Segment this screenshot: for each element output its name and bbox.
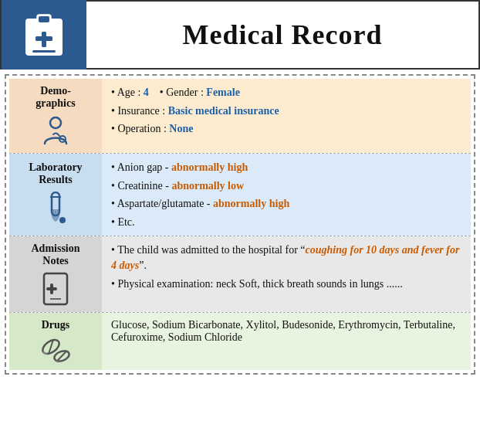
- demographics-label: Demo-graphics: [9, 79, 102, 153]
- demographics-operation: • Operation : None: [111, 121, 461, 137]
- page-title: Medical Record: [183, 19, 383, 51]
- svg-rect-4: [35, 36, 52, 41]
- demographics-content: • Age : 4 • Gender : Female • Insurance …: [102, 79, 471, 153]
- operation-value: None: [169, 123, 193, 134]
- demographics-insurance: • Insurance : Basic medical insurance: [111, 104, 461, 119]
- lab-etc: • Etc.: [111, 215, 461, 230]
- laboratory-row: LaboratoryResults • Anion gap - abnormal…: [9, 154, 471, 236]
- lab-aspartate: • Aspartate/glutamate - abnormally high: [111, 196, 461, 212]
- drugs-label: Drugs: [9, 313, 102, 370]
- laboratory-label: LaboratoryResults: [9, 154, 102, 236]
- lab-creatinine: • Creatinine - abnormally low: [111, 178, 461, 194]
- drugs-content: Glucose, Sodium Bicarbonate, Xylitol, Bu…: [102, 313, 471, 370]
- header: Medical Record: [0, 0, 480, 70]
- drugs-label-text: Drugs: [42, 319, 70, 331]
- admission-row: AdmissionNotes • The child was admitted …: [9, 236, 471, 313]
- demographics-age-gender: • Age : 4 • Gender : Female: [111, 85, 461, 100]
- laboratory-content: • Anion gap - abnormally high • Creatini…: [102, 154, 471, 236]
- drugs-list: Glucose, Sodium Bicarbonate, Xylitol, Bu…: [111, 319, 455, 343]
- drugs-row: Drugs Glucose, Sodium Bicarbonate, Xylit…: [9, 313, 471, 370]
- header-title-area: Medical Record: [86, 19, 478, 51]
- svg-point-9: [59, 217, 66, 223]
- svg-rect-13: [46, 287, 57, 290]
- testtube-icon: [41, 191, 70, 228]
- svg-rect-2: [39, 16, 49, 22]
- admission-quote: coughing for 10 days and fever for 4 day…: [111, 244, 459, 271]
- svg-rect-5: [32, 50, 56, 53]
- aspartate-value: abnormally high: [213, 198, 289, 209]
- anion-gap-value: abnormally high: [171, 161, 248, 173]
- age-value: 4: [144, 87, 149, 98]
- admission-label-text: AdmissionNotes: [31, 243, 79, 267]
- header-icon-box: [2, 0, 86, 70]
- admission-note-2: • Physical examination: neck Soft, thick…: [111, 277, 461, 292]
- demographics-row: Demo-graphics • Age : 4 • Gender : Femal…: [9, 79, 471, 154]
- admission-note-1: • The child was admitted to the hospital…: [111, 243, 461, 273]
- svg-point-6: [50, 117, 61, 128]
- lab-anion-gap: • Anion gap - abnormally high: [111, 160, 461, 175]
- main-content: Demo-graphics • Age : 4 • Gender : Femal…: [5, 74, 475, 375]
- admission-content: • The child was admitted to the hospital…: [102, 236, 471, 312]
- person-icon: [39, 114, 72, 147]
- clipboard-icon: [23, 12, 65, 58]
- creatinine-value: abnormally low: [171, 180, 244, 192]
- demographics-label-text: Demo-graphics: [35, 85, 75, 110]
- gender-value: Female: [206, 87, 240, 98]
- insurance-value: Basic medical insurance: [168, 105, 279, 117]
- admission-label: AdmissionNotes: [9, 236, 102, 312]
- laboratory-label-text: LaboratoryResults: [29, 161, 82, 186]
- pills-icon: [39, 336, 73, 364]
- doc-icon: [40, 272, 71, 306]
